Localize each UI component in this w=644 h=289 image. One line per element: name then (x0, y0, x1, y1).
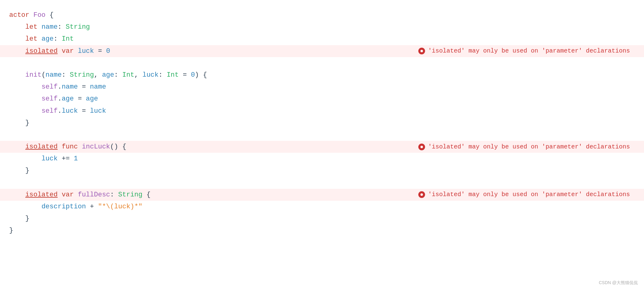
code-line-5 (0, 57, 644, 69)
error-text-2: 'isolated' may only be used on 'paramete… (428, 142, 630, 152)
error-annotation-2: 'isolated' may only be used on 'paramete… (415, 141, 635, 152)
code-line-1: actor Foo { (0, 9, 644, 21)
token-actor: actor (9, 10, 29, 20)
token-init: init (25, 70, 42, 80)
token-foo: Foo (33, 10, 46, 20)
error-icon-1 (418, 48, 425, 54)
watermark: CSDN @大熊猫侃侃 (599, 279, 638, 286)
code-line-4-error: isolated var luck = 0 'isolated' may onl… (0, 45, 644, 57)
code-line-3: let age: Int (0, 33, 644, 45)
code-line-7: self.name = name (0, 81, 644, 93)
code-line-8: self.age = age (0, 93, 644, 105)
code-line-2: let name: String (0, 21, 644, 33)
code-line-19: } (0, 225, 644, 236)
token-let: let (25, 22, 38, 32)
token-let-2: let (25, 34, 38, 44)
code-line-18: } (0, 213, 644, 225)
error-annotation-1: 'isolated' may only be used on 'paramete… (415, 46, 635, 57)
error-annotation-3: 'isolated' may only be used on 'paramete… (415, 189, 635, 200)
code-line-16-error: isolated var fullDesc: String { 'isolate… (0, 189, 644, 201)
token-isolated-1: isolated (25, 46, 58, 57)
code-line-10: } (0, 117, 644, 129)
code-line-11 (0, 129, 644, 141)
error-text-1: 'isolated' may only be used on 'paramete… (428, 46, 630, 56)
code-line-13: luck += 1 (0, 153, 644, 165)
error-text-3: 'isolated' may only be used on 'paramete… (428, 190, 630, 199)
token-isolated-2: isolated (25, 141, 58, 152)
code-line-15 (0, 177, 644, 189)
error-icon-3 (418, 191, 425, 198)
code-line-14: } (0, 165, 644, 177)
code-line-9: self.luck = luck (0, 105, 644, 117)
code-line-12-error: isolated func incLuck() { 'isolated' may… (0, 141, 644, 153)
error-icon-2 (418, 144, 425, 150)
token-self-1: self (42, 82, 58, 92)
code-line-6: init(name: String, age: Int, luck: Int =… (0, 69, 644, 81)
token-self-2: self (42, 93, 58, 104)
code-line-17: description + "*\(luck)*" (0, 201, 644, 213)
token-isolated-3: isolated (25, 189, 58, 200)
token-self-3: self (42, 106, 58, 116)
code-container: actor Foo { let name: String let age: In… (0, 6, 644, 240)
